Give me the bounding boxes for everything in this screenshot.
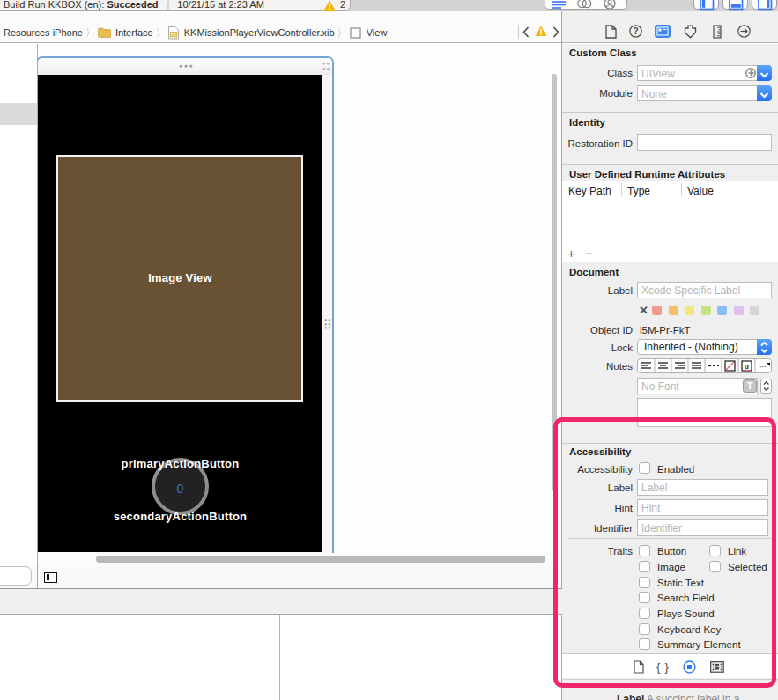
svg-text:...: ...	[759, 360, 767, 369]
svg-text:a: a	[745, 361, 749, 371]
svg-text:?: ?	[633, 26, 638, 36]
